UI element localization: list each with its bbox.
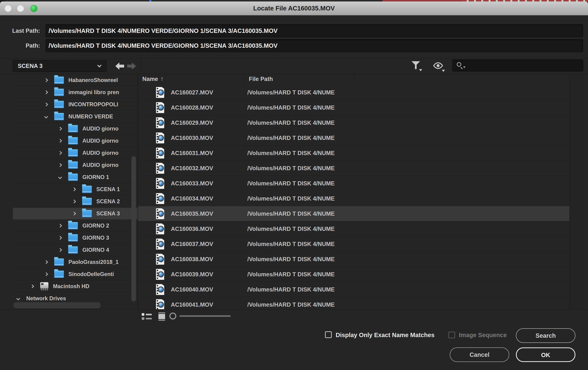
cancel-button[interactable]: Cancel — [450, 347, 509, 362]
file-path: /Volumes/HARD T DISK 4/NUME — [247, 221, 335, 236]
image-sequence-checkbox[interactable] — [448, 332, 455, 338]
column-header-name[interactable]: Name — [142, 74, 158, 84]
back-button[interactable] — [115, 62, 124, 70]
tree-chevron-icon[interactable] — [58, 248, 62, 252]
file-path: /Volumes/HARD T DISK 4/NUME — [247, 297, 335, 309]
window-title: Locate File AC160035.MOV — [0, 1, 588, 15]
column-header-file-path[interactable]: File Path — [249, 74, 273, 84]
tree-chevron-icon[interactable] — [44, 260, 48, 264]
separator-panels-top — [0, 74, 588, 74]
column-divider[interactable] — [354, 75, 354, 83]
folder-tree: HabaneroShowreel immagini libro pren INC… — [13, 74, 138, 309]
file-list-scrollbar-track[interactable] — [569, 74, 583, 309]
file-list-row[interactable]: AC160035.MOV /Volumes/HARD T DISK 4/NUME — [138, 206, 569, 221]
column-divider[interactable] — [244, 75, 244, 83]
file-list-row[interactable]: AC160039.MOV /Volumes/HARD T DISK 4/NUME — [138, 267, 569, 282]
last-path-input[interactable] — [45, 24, 583, 37]
file-list-row[interactable]: AC160034.MOV /Volumes/HARD T DISK 4/NUME — [138, 191, 569, 206]
tree-chevron-icon[interactable] — [44, 115, 48, 118]
tree-item-label: SinodoDelleGenti — [68, 271, 114, 277]
search-input[interactable] — [468, 60, 580, 71]
tree-row[interactable]: SinodoDelleGenti — [13, 268, 138, 280]
tree-row[interactable]: immagini libro pren — [13, 86, 138, 99]
tree-row[interactable]: INCONTROPOPOLI — [13, 99, 138, 111]
search-field[interactable] — [452, 60, 583, 71]
tree-row[interactable]: GIORNO 2 — [13, 220, 138, 232]
exact-name-matches-label: Display Only Exact Name Matches — [336, 331, 434, 339]
file-name: AC160027.MOV — [171, 85, 213, 100]
tree-chevron-icon[interactable] — [44, 102, 48, 106]
thumbnail-size-slider-track[interactable] — [179, 315, 231, 317]
file-list-row[interactable]: AC160038.MOV /Volumes/HARD T DISK 4/NUME — [138, 252, 569, 267]
file-name: AC160035.MOV — [171, 206, 213, 221]
tree-horizontal-scrollbar[interactable] — [13, 302, 101, 308]
exact-name-matches-checkbox[interactable] — [325, 331, 332, 338]
tree-row[interactable]: AUDIO giorno — [13, 147, 138, 159]
tree-chevron-icon[interactable] — [44, 78, 48, 82]
tree-chevron-icon[interactable] — [58, 139, 62, 143]
file-list-row[interactable]: AC160033.MOV /Volumes/HARD T DISK 4/NUME — [138, 176, 569, 191]
back-arrow-icon — [115, 62, 124, 70]
file-list-row[interactable]: AC160037.MOV /Volumes/HARD T DISK 4/NUME — [138, 236, 569, 252]
list-view-icon — [146, 314, 152, 315]
tree-chevron-icon[interactable] — [16, 297, 20, 300]
list-view-button[interactable] — [142, 312, 152, 320]
file-list-row[interactable]: AC160036.MOV /Volumes/HARD T DISK 4/NUME — [138, 221, 569, 236]
tree-chevron-icon[interactable] — [58, 151, 62, 155]
file-list-row[interactable]: AC160031.MOV /Volumes/HARD T DISK 4/NUME — [138, 146, 569, 161]
tree-chevron-icon[interactable] — [58, 163, 62, 167]
tree-chevron-icon[interactable] — [58, 224, 62, 228]
tree-chevron-icon[interactable] — [72, 200, 76, 203]
tree-chevron-icon[interactable] — [58, 175, 62, 179]
tree-item-label: GIORNO 3 — [82, 235, 109, 241]
tree-chevron-icon[interactable] — [58, 127, 62, 130]
file-list-row[interactable]: AC160029.MOV /Volumes/HARD T DISK 4/NUME — [138, 115, 569, 130]
path-input[interactable] — [45, 39, 583, 52]
tree-row[interactable]: AUDIO giorno — [13, 135, 138, 147]
tree-row[interactable]: SCENA 2 — [13, 196, 138, 208]
tree-row[interactable]: HabaneroShowreel — [13, 74, 138, 86]
tree-item-label: Macintosh HD — [53, 283, 89, 290]
file-list-row[interactable]: AC160032.MOV /Volumes/HARD T DISK 4/NUME — [138, 161, 569, 176]
view-options-button[interactable] — [433, 62, 446, 71]
search-button[interactable]: Search — [516, 328, 575, 343]
location-dropdown-value: SCENA 3 — [18, 63, 98, 69]
file-path: /Volumes/HARD T DISK 4/NUME — [247, 161, 335, 176]
file-list-row[interactable]: AC160027.MOV /Volumes/HARD T DISK 4/NUME — [138, 85, 569, 100]
location-dropdown[interactable]: SCENA 3 — [13, 60, 107, 72]
tree-row[interactable]: Macintosh HD — [13, 280, 138, 292]
tree-row[interactable]: GIORNO 4 — [13, 244, 138, 256]
titlebar: Locate File AC160035.MOV — [0, 1, 588, 15]
tree-chevron-icon[interactable] — [72, 212, 76, 215]
tree-row[interactable]: PaoloGrassi2018_1 — [13, 256, 138, 268]
file-list-row[interactable]: AC160040.MOV /Volumes/HARD T DISK 4/NUME — [138, 282, 569, 297]
file-list-row[interactable]: AC160028.MOV /Volumes/HARD T DISK 4/NUME — [138, 100, 569, 115]
tree-chevron-icon[interactable] — [30, 284, 34, 288]
forward-button[interactable] — [127, 62, 136, 70]
tree-chevron-icon[interactable] — [72, 187, 76, 191]
tree-row[interactable]: NUMERO VERDE — [13, 111, 138, 123]
tree-row[interactable]: GIORNO 3 — [13, 232, 138, 244]
tree-row[interactable]: SCENA 3 — [13, 208, 138, 220]
thumbnail-size-slider-knob[interactable] — [169, 312, 176, 320]
thumbnail-view-button[interactable] — [158, 312, 166, 321]
tree-item-label: PaoloGrassi2018_1 — [68, 259, 118, 265]
tree-item-icon — [54, 113, 64, 120]
tree-row[interactable]: AUDIO giorno — [13, 123, 138, 135]
file-list-row[interactable]: AC160030.MOV /Volumes/HARD T DISK 4/NUME — [138, 130, 569, 146]
tree-row[interactable]: GIORNO 1 — [13, 171, 138, 183]
file-list-row[interactable]: AC160041.MOV /Volumes/HARD T DISK 4/NUME — [138, 297, 569, 309]
tree-item-label: immagini libro pren — [68, 89, 119, 96]
tree-chevron-icon[interactable] — [44, 272, 48, 276]
tree-item-icon — [54, 259, 64, 266]
tree-row[interactable]: SCENA 1 — [13, 183, 138, 196]
file-name: AC160038.MOV — [171, 252, 213, 267]
tree-row[interactable]: AUDIO giorno — [13, 159, 138, 171]
filter-button[interactable] — [411, 61, 422, 71]
tree-chevron-icon[interactable] — [58, 236, 62, 240]
ok-button[interactable]: OK — [516, 347, 575, 362]
tree-chevron-icon[interactable] — [44, 90, 48, 94]
file-name: AC160033.MOV — [171, 176, 213, 191]
tree-item-icon — [54, 270, 64, 278]
tree-vertical-scrollbar[interactable] — [131, 156, 136, 301]
